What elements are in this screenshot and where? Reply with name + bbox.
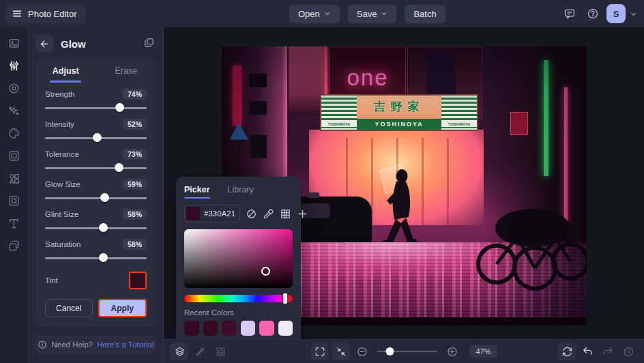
- batch-button[interactable]: Batch: [405, 5, 445, 23]
- duplicate-button[interactable]: [143, 37, 155, 50]
- bottom-bar: 47%: [164, 339, 644, 363]
- main-menu-button[interactable]: Photo Editor: [5, 5, 85, 23]
- account-chevron-icon[interactable]: [630, 10, 637, 18]
- open-button[interactable]: Open: [289, 5, 340, 23]
- fit-screen-button[interactable]: [332, 343, 349, 360]
- chevron-down-icon: [381, 10, 387, 17]
- zoom-slider[interactable]: [377, 347, 437, 356]
- fullscreen-button[interactable]: [310, 343, 328, 360]
- recent-color-swatch[interactable]: [203, 321, 218, 336]
- hamburger-icon: [12, 8, 23, 19]
- slider-knob[interactable]: [100, 193, 109, 202]
- back-button[interactable]: [35, 35, 53, 53]
- user-avatar[interactable]: S: [606, 4, 626, 23]
- hue-slider[interactable]: [184, 295, 293, 302]
- reset-button[interactable]: [558, 343, 576, 360]
- feedback-button[interactable]: [560, 4, 579, 23]
- minus-circle-icon: [356, 346, 368, 358]
- chat-icon: [564, 8, 576, 20]
- fullscreen-icon: [314, 346, 325, 358]
- help-button[interactable]: [583, 4, 602, 23]
- glow-settings-card: Adjust Erase Strength74% Intensity52% To…: [35, 59, 156, 327]
- fit-screen-icon: [335, 346, 347, 358]
- sidebar-item-effects[interactable]: [3, 102, 25, 119]
- slider-knob[interactable]: [115, 103, 124, 112]
- tint-color-swatch[interactable]: [129, 272, 147, 289]
- photo-red-sign: [233, 66, 241, 126]
- sidebar-item-elements[interactable]: [3, 169, 25, 187]
- photo-red-signbox: [510, 112, 528, 135]
- redo-button[interactable]: [599, 343, 617, 360]
- saturation-slider[interactable]: [45, 253, 147, 263]
- history-button[interactable]: [619, 343, 637, 360]
- intensity-slider[interactable]: [45, 133, 147, 143]
- image-icon: [8, 37, 20, 50]
- photo-yoshinoya-sign: YOSHINOYA 吉野家 YOSHINOYA YOSHINOYA: [320, 94, 478, 131]
- tolerance-slider[interactable]: [45, 163, 147, 173]
- tab-erase[interactable]: Erase: [96, 59, 157, 83]
- app-title: Photo Editor: [28, 9, 77, 19]
- zoom-slider-knob[interactable]: [386, 347, 394, 355]
- glow-panel: Glow Adjust Erase Strength74% Intensity5…: [29, 27, 164, 363]
- recent-color-swatch[interactable]: [278, 321, 293, 336]
- slider-knob[interactable]: [99, 253, 108, 262]
- layers-button[interactable]: [171, 343, 188, 360]
- strength-slider[interactable]: [45, 103, 147, 113]
- hue-cursor[interactable]: [283, 293, 287, 304]
- plus-icon: [297, 208, 308, 220]
- tint-row: Tint: [45, 272, 147, 289]
- slider-knob[interactable]: [99, 223, 108, 232]
- slider-strength: Strength74%: [45, 89, 147, 113]
- recent-color-swatch[interactable]: [184, 321, 199, 336]
- editor-canvas: one ¥3.000 03-5839-3875 YOSHINOYA 吉野家 YO…: [164, 27, 644, 339]
- glow-size-slider[interactable]: [45, 193, 147, 203]
- slider-glow-size: Glow Size59%: [45, 179, 147, 203]
- sidebar-item-retouch[interactable]: [3, 79, 25, 97]
- recent-colors-label: Recent Colors: [184, 308, 293, 317]
- save-button[interactable]: Save: [348, 5, 397, 23]
- grid-view-button[interactable]: [211, 343, 229, 360]
- tint-label: Tint: [45, 276, 58, 285]
- tab-library[interactable]: Library: [228, 183, 254, 199]
- recent-color-swatch[interactable]: [259, 321, 274, 336]
- add-color-button[interactable]: [297, 208, 308, 220]
- sidebar-item-cutout[interactable]: [3, 237, 25, 255]
- four-squares-icon: [215, 346, 226, 358]
- sidebar-item-filters[interactable]: [3, 192, 25, 209]
- sidebar-item-text[interactable]: [3, 214, 25, 232]
- sparkles-icon: [8, 104, 20, 117]
- zoom-out-button[interactable]: [353, 343, 370, 360]
- hex-input[interactable]: #330A21: [184, 205, 240, 222]
- saturation-value-gradient[interactable]: [184, 229, 293, 288]
- cancel-button[interactable]: Cancel: [45, 299, 93, 317]
- recent-color-swatch[interactable]: [222, 321, 237, 336]
- help-text: Need Help?: [51, 340, 93, 349]
- no-color-button[interactable]: [246, 208, 257, 220]
- tutorial-link[interactable]: Here's a Tutorial: [97, 340, 153, 349]
- sidebar-item-image[interactable]: [3, 34, 25, 52]
- eyedropper-icon: [263, 208, 274, 220]
- gradient-cursor[interactable]: [261, 267, 270, 276]
- tool-sidebar: [0, 27, 29, 363]
- slider-value-badge: 58%: [123, 209, 147, 220]
- recent-color-swatch[interactable]: [241, 321, 256, 336]
- sidebar-item-adjustments[interactable]: [3, 57, 25, 74]
- color-grid-button[interactable]: [280, 208, 291, 220]
- sidebar-item-paint[interactable]: [3, 124, 25, 142]
- slider-knob[interactable]: [93, 133, 102, 142]
- slider-knob[interactable]: [115, 163, 123, 172]
- eyedropper-button[interactable]: [263, 208, 274, 220]
- glint-size-slider[interactable]: [45, 223, 147, 233]
- slider-value-badge: 59%: [123, 179, 147, 190]
- apply-button[interactable]: Apply: [98, 299, 147, 317]
- zoom-level-badge[interactable]: 47%: [469, 345, 497, 358]
- tab-adjust[interactable]: Adjust: [35, 59, 96, 83]
- undo-button[interactable]: [579, 343, 596, 360]
- tab-picker[interactable]: Picker: [184, 183, 210, 199]
- sidebar-item-frame[interactable]: [3, 147, 25, 164]
- chevron-down-icon: [324, 10, 331, 17]
- sliders-icon: [8, 59, 20, 72]
- pen-disable-button[interactable]: [191, 343, 209, 360]
- question-circle-icon: [587, 8, 599, 20]
- zoom-in-button[interactable]: [443, 343, 460, 360]
